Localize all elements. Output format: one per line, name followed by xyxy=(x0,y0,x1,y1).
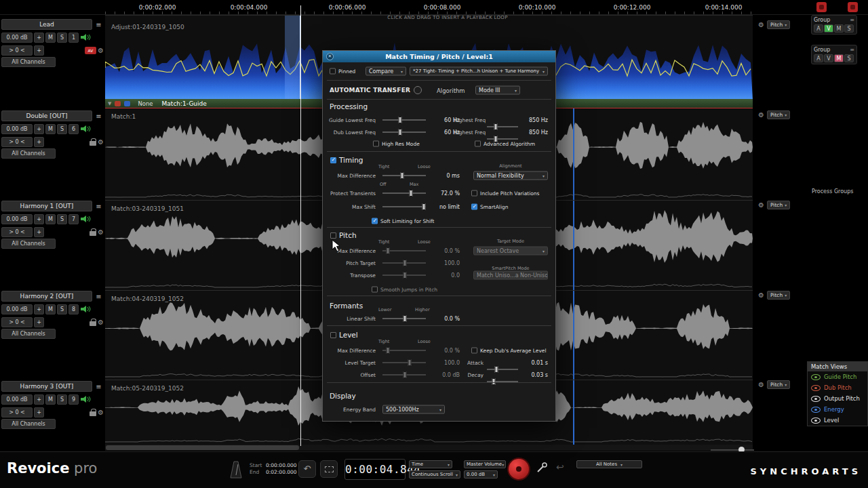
max-shift-slider[interactable] xyxy=(382,203,426,210)
gear-icon[interactable]: ⚙ xyxy=(98,139,104,146)
decay-slider[interactable] xyxy=(487,378,518,385)
algorithm-select[interactable]: Mode III▾ xyxy=(475,86,520,95)
linear-shift-slider[interactable] xyxy=(382,315,426,322)
lock-icon[interactable] xyxy=(90,321,96,326)
track-menu-icon[interactable]: ≡ xyxy=(94,113,104,120)
group-v-button[interactable]: V xyxy=(824,24,833,33)
pitch-enable-checkbox[interactable] xyxy=(330,232,336,239)
group-menu-icon[interactable]: ≡ xyxy=(850,17,854,23)
include-pitch-variations-checkbox[interactable] xyxy=(471,190,477,196)
level-target-slider[interactable] xyxy=(382,359,426,366)
pitch-view-select[interactable]: Pitch▾ xyxy=(767,201,790,209)
group-s-button[interactable]: S xyxy=(844,24,854,33)
keep-dubs-average-level-checkbox[interactable] xyxy=(471,347,477,353)
scrollbar-thumb[interactable] xyxy=(106,445,299,450)
app-badge-icon[interactable] xyxy=(848,2,858,12)
guide-none-label[interactable]: None xyxy=(138,100,153,107)
track-name[interactable]: Harmony 3 [OUT] xyxy=(1,381,92,392)
pan-field[interactable]: > 0 < xyxy=(1,45,33,56)
view-toggle-dub-pitch[interactable]: Dub Pitch xyxy=(808,382,867,393)
track-name[interactable]: Harmony 2 [OUT] xyxy=(1,291,92,302)
playhead[interactable] xyxy=(300,5,301,446)
lock-icon[interactable] xyxy=(90,141,96,146)
lock-icon[interactable] xyxy=(90,231,96,236)
channels-select[interactable]: All Channels xyxy=(1,148,56,159)
soft-limiting-checkbox[interactable] xyxy=(372,218,378,224)
mute-button[interactable]: M xyxy=(45,124,56,134)
app-badge-icon[interactable] xyxy=(816,2,827,12)
track-menu-icon[interactable]: ≡ xyxy=(94,21,104,28)
pan-field[interactable]: > 0 < xyxy=(1,317,33,327)
mute-button[interactable]: M xyxy=(45,33,56,43)
target-mode-select[interactable]: Nearest Octave▾ xyxy=(473,246,548,255)
gain-field[interactable]: 0.00 dB xyxy=(1,124,33,134)
pinned-checkbox[interactable] xyxy=(330,68,336,74)
group-m-button[interactable]: M xyxy=(834,54,844,62)
channels-select[interactable]: All Channels xyxy=(1,57,56,67)
eye-icon[interactable] xyxy=(811,396,821,402)
scroll-mode-select[interactable]: Continuous Scroll▾ xyxy=(409,470,460,479)
start-value[interactable]: 0:00:00.000 xyxy=(266,462,297,469)
collapse-triangle-icon[interactable]: ▼ xyxy=(108,101,111,106)
track-menu-icon[interactable]: ≡ xyxy=(94,293,104,300)
undo-button[interactable]: ↶ xyxy=(298,460,316,478)
gain-field[interactable]: 0.00 dB xyxy=(1,214,33,224)
group-s-button[interactable]: S xyxy=(844,54,854,62)
end-value[interactable]: 0:02:00.000 xyxy=(266,469,297,476)
solo-button[interactable]: S xyxy=(57,124,67,134)
horizontal-scrollbar[interactable] xyxy=(105,445,753,451)
smartalign-checkbox[interactable] xyxy=(471,203,477,209)
eye-icon[interactable] xyxy=(811,418,821,424)
preset-select[interactable]: *27 Tight- Timing + Pitch...h Unison + T… xyxy=(410,66,548,75)
channels-select[interactable]: All Channels xyxy=(1,239,56,249)
gear-icon[interactable]: ⚙ xyxy=(758,382,764,388)
solo-button[interactable]: S xyxy=(57,304,67,314)
time-display[interactable]: 0:00:04.844 xyxy=(344,459,406,480)
revoice-process-button[interactable] xyxy=(507,458,530,481)
metronome-icon[interactable] xyxy=(229,460,243,482)
guide-lowest-freq-slider[interactable] xyxy=(382,117,426,123)
timing-enable-checkbox[interactable] xyxy=(330,157,336,163)
level-max-difference-slider[interactable] xyxy=(382,347,426,354)
gain-field[interactable]: 0.00 dB xyxy=(1,304,33,314)
track-name[interactable]: Harmony 1 [OUT] xyxy=(1,201,92,211)
smartpitch-mode-select[interactable]: Match Uniso...a Non-Unison▾ xyxy=(473,270,548,279)
add-button[interactable]: + xyxy=(34,394,44,405)
tool-icon[interactable] xyxy=(536,462,548,476)
pan-add-button[interactable]: + xyxy=(34,407,44,418)
add-button[interactable]: + xyxy=(34,124,44,134)
speaker-icon[interactable] xyxy=(80,393,92,406)
pitch-view-select[interactable]: Pitch▾ xyxy=(767,380,790,389)
mute-button[interactable]: M xyxy=(45,214,56,224)
advanced-algorithm-checkbox[interactable] xyxy=(475,140,481,146)
group-m-button[interactable]: M xyxy=(834,24,844,33)
level-enable-checkbox[interactable] xyxy=(330,332,336,338)
track-menu-icon[interactable]: ≡ xyxy=(94,383,104,390)
volume-value-select[interactable]: 0.00 dB▾ xyxy=(464,470,498,479)
solo-button[interactable]: S xyxy=(57,214,67,224)
redo-arrow-icon[interactable]: ↩ xyxy=(556,462,564,472)
mute-button[interactable]: M xyxy=(45,394,56,405)
view-toggle-level[interactable]: Level xyxy=(808,415,867,426)
add-button[interactable]: + xyxy=(34,33,44,43)
all-notes-select[interactable]: All Notes▾ xyxy=(576,460,642,468)
loop-button[interactable] xyxy=(320,460,338,478)
gear-icon[interactable]: ⚙ xyxy=(758,112,764,119)
timing-max-difference-slider[interactable] xyxy=(382,172,426,179)
master-volume-select[interactable]: Master Volume▾ xyxy=(464,460,506,468)
gear-icon[interactable]: ⚙ xyxy=(98,409,104,416)
offset-slider[interactable] xyxy=(382,371,426,378)
group-v-button[interactable]: V xyxy=(824,54,833,62)
close-icon[interactable]: ✕ xyxy=(326,53,334,60)
alignment-select[interactable]: Normal Flexibility▾ xyxy=(473,171,548,180)
channels-select[interactable]: All Channels xyxy=(1,419,56,429)
group-menu-icon[interactable]: ≡ xyxy=(850,47,854,53)
channels-select[interactable]: All Channels xyxy=(1,329,56,339)
mute-button[interactable]: M xyxy=(45,304,56,314)
zoom-slider[interactable] xyxy=(711,449,754,451)
add-button[interactable]: + xyxy=(34,214,44,224)
protect-transients-slider[interactable] xyxy=(382,190,426,197)
dialog-title-bar[interactable]: ✕ Match Timing / Pitch / Level:1 xyxy=(323,51,555,62)
pitch-view-select[interactable]: Pitch▾ xyxy=(767,291,790,300)
view-toggle-output-pitch[interactable]: Output Pitch xyxy=(808,393,867,404)
